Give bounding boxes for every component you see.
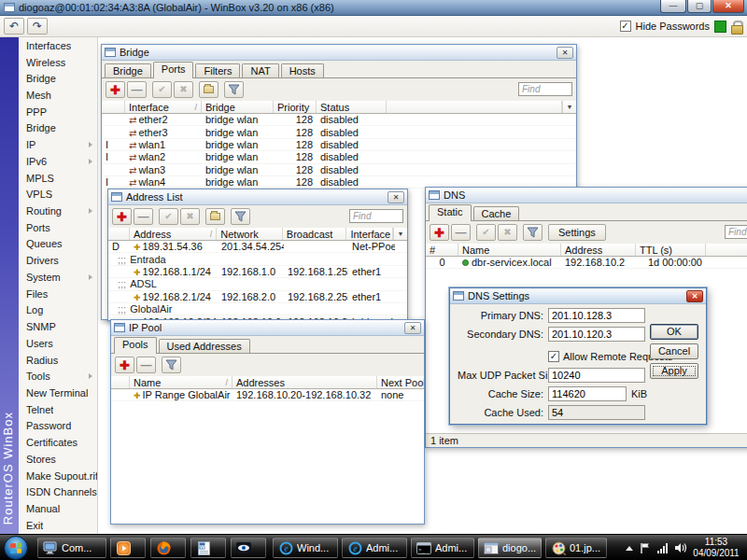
taskbar-button-ie-window[interactable]: e Wind...: [273, 538, 338, 558]
column-selector-dropdown[interactable]: ▼: [562, 101, 576, 113]
primary-dns-field[interactable]: [548, 308, 645, 323]
priority-column-header[interactable]: Priority: [274, 101, 317, 113]
sidebar-item-radius[interactable]: Radius: [19, 352, 97, 369]
sidebar-item-mesh[interactable]: Mesh: [19, 87, 97, 104]
sidebar-item-files[interactable]: Files: [19, 286, 97, 302]
sidebar-item-log[interactable]: Log: [19, 302, 97, 319]
disable-button[interactable]: ✖: [180, 208, 200, 225]
sidebar-item-snmp[interactable]: SNMP: [19, 318, 97, 335]
address-column-header[interactable]: Address/: [130, 228, 217, 240]
flags-column-header[interactable]: [108, 228, 130, 240]
taskbar-button-computer[interactable]: Com...: [37, 538, 106, 558]
name-column-header[interactable]: Name/: [130, 376, 233, 388]
dns-settings-titlebar[interactable]: DNS Settings ✕: [450, 288, 706, 304]
sidebar-item-bridge[interactable]: Bridge: [19, 70, 97, 87]
close-icon[interactable]: ✕: [686, 290, 703, 302]
find-input[interactable]: [725, 225, 747, 239]
status-column-header[interactable]: Status: [317, 101, 387, 113]
remove-button[interactable]: —: [136, 357, 156, 373]
table-row[interactable]: ✚192.168.2.1/24 192.168.2.0 192.168.2.25…: [108, 291, 407, 303]
taskbar-button-winbox[interactable]: diogo...: [478, 538, 542, 558]
start-button[interactable]: [4, 536, 28, 560]
action-center-flag-icon[interactable]: [640, 542, 651, 554]
cache-size-field[interactable]: [548, 386, 627, 401]
table-row[interactable]: D ✚189.31.54.36 201.34.54.254 Net-PPoe: [108, 241, 407, 253]
broadcast-column-header[interactable]: Broadcast: [283, 228, 347, 240]
max-udp-field[interactable]: [548, 368, 645, 383]
interface-column-header[interactable]: Interface: [346, 228, 393, 240]
add-button[interactable]: ✚: [106, 81, 125, 98]
table-row[interactable]: ⇄ether2 bridge wlan 128 disabled: [102, 114, 576, 126]
tab-hosts[interactable]: Hosts: [281, 63, 324, 77]
undo-button[interactable]: ↶: [4, 18, 24, 35]
apply-button[interactable]: Apply: [650, 363, 698, 379]
ip-pool-titlebar[interactable]: IP Pool ✕: [111, 320, 424, 336]
find-input[interactable]: [518, 82, 572, 96]
volume-icon[interactable]: [674, 542, 687, 553]
network-signal-icon[interactable]: [657, 543, 668, 553]
taskbar-button-firefox[interactable]: [150, 538, 186, 558]
remove-button[interactable]: —: [127, 81, 147, 98]
filter-button[interactable]: [523, 224, 543, 241]
close-icon[interactable]: ✕: [404, 322, 421, 334]
address-list-titlebar[interactable]: Address List ✕: [108, 189, 407, 205]
add-button[interactable]: ✚: [430, 224, 449, 241]
taskbar-button-command-prompt[interactable]: >_ Admi...: [411, 538, 474, 558]
number-column-header[interactable]: #: [426, 244, 458, 256]
tab-pools[interactable]: Pools: [114, 337, 157, 354]
tab-filters[interactable]: Filters: [195, 63, 240, 77]
comment-button[interactable]: [205, 208, 225, 225]
sidebar-item-interfaces[interactable]: Interfaces: [19, 37, 97, 54]
sidebar-item-vpls[interactable]: VPLS: [19, 186, 97, 203]
minimize-button[interactable]: —: [660, 0, 686, 13]
sidebar-item-telnet[interactable]: Telnet: [19, 401, 97, 418]
sidebar-item-system[interactable]: System: [19, 269, 97, 286]
sidebar-item-stores[interactable]: Stores: [19, 451, 97, 468]
tab-bridge[interactable]: Bridge: [105, 63, 151, 77]
table-row[interactable]: 0 dbr-servicex.local 192.168.10.2 1d 00:…: [426, 257, 747, 269]
comment-row[interactable]: ;;;GlobalAir: [108, 303, 407, 315]
sidebar-item-manual[interactable]: Manual: [19, 500, 97, 517]
disable-button[interactable]: ✖: [174, 81, 193, 98]
tab-static[interactable]: Static: [429, 204, 472, 221]
taskbar-button-word-document[interactable]: W: [190, 538, 226, 558]
enable-button[interactable]: ✔: [152, 81, 172, 98]
allow-remote-requests-checkbox[interactable]: [548, 351, 559, 362]
remove-button[interactable]: —: [134, 208, 153, 225]
sidebar-item-queues[interactable]: Queues: [19, 236, 97, 253]
sidebar-item-new-terminal[interactable]: New Terminal: [19, 385, 97, 401]
next-pool-column-header[interactable]: Next Pool: [377, 376, 424, 388]
comment-button[interactable]: [199, 81, 218, 98]
sidebar-item-ip[interactable]: IP: [19, 136, 97, 153]
ttl-column-header[interactable]: TTL (s): [636, 244, 706, 256]
add-button[interactable]: ✚: [115, 357, 134, 373]
dns-settings-button[interactable]: Settings: [548, 224, 606, 241]
bridge-window-titlebar[interactable]: Bridge ✕: [102, 45, 576, 61]
taskbar-button-ie-admin[interactable]: e Admi...: [342, 538, 407, 558]
table-row[interactable]: I ⇄wlan2 bridge wlan 128 disabled: [102, 151, 576, 163]
sidebar-item-users[interactable]: Users: [19, 335, 97, 352]
table-row[interactable]: ⇄ether3 bridge wlan 128 disabled: [102, 126, 576, 138]
find-input[interactable]: [349, 209, 403, 223]
sidebar-item-wireless[interactable]: Wireless: [19, 54, 97, 71]
address-column-header[interactable]: Address: [561, 244, 636, 256]
filter-button[interactable]: [162, 357, 181, 373]
filter-button[interactable]: [231, 208, 250, 225]
table-row[interactable]: ⇄wlan3 bridge wlan 128 disabled: [102, 164, 576, 176]
flags-column-header[interactable]: [111, 376, 130, 388]
secondary-dns-field[interactable]: [548, 327, 645, 342]
taskbar-button-media-player[interactable]: [110, 538, 146, 558]
column-selector-dropdown[interactable]: ▼: [393, 228, 407, 240]
sidebar-item-mpls[interactable]: MPLS: [19, 170, 97, 187]
sidebar-item-password[interactable]: Password: [19, 418, 97, 435]
sidebar-item-make-supout[interactable]: Make Supout.rif: [19, 468, 97, 484]
flags-column-header[interactable]: [102, 101, 125, 113]
sidebar-item-drivers[interactable]: Drivers: [19, 252, 97, 269]
sidebar-item-bridge-2[interactable]: Bridge: [19, 120, 97, 137]
filter-button[interactable]: [224, 81, 244, 98]
sidebar-item-ppp[interactable]: PPP: [19, 104, 97, 120]
taskbar-clock[interactable]: 11:53 04/09/2011: [689, 537, 743, 559]
comment-row[interactable]: ;;;ADSL: [108, 278, 407, 290]
taskbar-button-eye-app[interactable]: [231, 538, 266, 558]
comment-row[interactable]: ;;;Entrada: [108, 253, 407, 265]
